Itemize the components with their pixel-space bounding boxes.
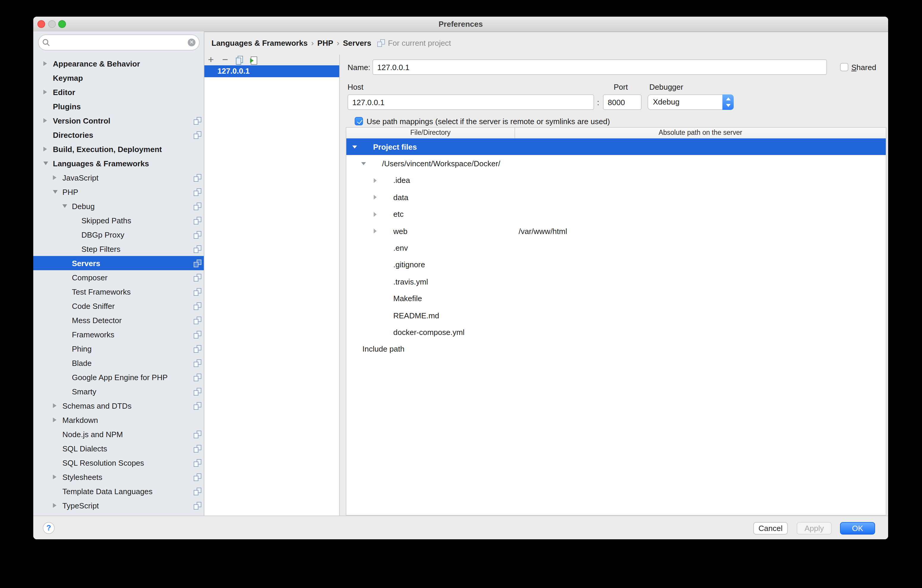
sidebar-item[interactable]: Languages & Frameworks (33, 156, 204, 170)
apply-button[interactable]: Apply (797, 522, 832, 534)
sidebar-item[interactable]: Blade (33, 356, 204, 370)
sidebar-item-label: Appearance & Behavior (53, 59, 140, 68)
host-port-colon: : (597, 98, 599, 107)
column-header-file-directory[interactable]: File/Directory (347, 128, 515, 139)
host-input[interactable] (348, 95, 594, 110)
sidebar-item[interactable]: TypeScript (33, 498, 204, 513)
sidebar-item[interactable]: Node.js and NPM (33, 427, 204, 441)
help-button[interactable]: ? (43, 522, 55, 534)
use-path-mappings-checkbox[interactable] (355, 117, 363, 125)
path-mapping-row[interactable]: Makefile (347, 290, 886, 307)
cancel-button[interactable]: Cancel (753, 522, 788, 534)
search-input[interactable] (52, 38, 188, 47)
sidebar-item[interactable]: Schemas and DTDs (33, 399, 204, 413)
settings-tree: Appearance & Behavior Keymap Editor (33, 56, 204, 513)
sidebar-item[interactable]: Plugins (33, 99, 204, 113)
path-mapping-row[interactable]: Include path (347, 341, 886, 358)
sidebar-item[interactable]: Template Data Languages (33, 484, 204, 498)
breadcrumb-languages-frameworks[interactable]: Languages & Frameworks (211, 39, 308, 47)
ok-button[interactable]: OK (840, 522, 875, 534)
sidebar-item[interactable]: Stylesheets (33, 470, 204, 484)
import-server-button[interactable] (249, 55, 258, 65)
path-mapping-row[interactable]: .env (347, 240, 886, 256)
sidebar-item-label: Version Control (53, 116, 111, 125)
settings-search-box[interactable]: ✕ (38, 34, 199, 51)
breadcrumb-servers[interactable]: Servers (343, 39, 371, 47)
path-mapping-row[interactable]: README.md (347, 307, 886, 324)
sidebar-item[interactable]: Google App Engine for PHP (33, 370, 204, 384)
add-server-button[interactable]: + (206, 55, 216, 65)
sidebar-item[interactable]: SQL Dialects (33, 441, 204, 456)
port-input[interactable] (603, 95, 642, 110)
port-label: Port (614, 83, 628, 91)
chevron-right-icon (43, 146, 47, 151)
file-directory-name: .travis.yml (393, 278, 428, 286)
sidebar-item[interactable]: Phing (33, 341, 204, 356)
breadcrumb-separator: › (337, 39, 340, 47)
sidebar-item[interactable]: Editor (33, 85, 204, 99)
sidebar-item[interactable]: Keymap (33, 71, 204, 85)
sidebar-item-label: Directories (53, 131, 93, 139)
sidebar-item[interactable]: SQL Resolution Scopes (33, 456, 204, 470)
chevron-right-icon (53, 503, 56, 508)
path-mapping-row[interactable]: .gitignore (347, 256, 886, 273)
copy-server-button[interactable] (235, 55, 244, 65)
sidebar-item[interactable]: Frameworks (33, 327, 204, 341)
sidebar-item[interactable]: Version Control (33, 113, 204, 128)
sidebar-item[interactable]: Debug (33, 199, 204, 213)
use-path-mappings-label: Use path mappings (select if the server … (366, 117, 610, 126)
path-mapping-row[interactable]: data (347, 189, 886, 206)
sidebar-item[interactable]: JavaScript (33, 170, 204, 185)
sidebar-item-label: Test Frameworks (72, 287, 131, 296)
path-mapping-row[interactable]: /Users/vincent/Workspace/Docker/ (347, 155, 886, 172)
chevron-right-icon (53, 474, 56, 479)
sidebar-item[interactable]: PHP (33, 185, 204, 199)
sidebar-item-label: Debug (72, 202, 95, 211)
server-list-item[interactable]: 127.0.0.1 (204, 65, 339, 77)
settings-content: + − 127.0.0.1 Name: Shared Host Por (204, 55, 888, 516)
remove-server-button[interactable]: − (221, 55, 230, 65)
chevron-down-icon (62, 204, 67, 208)
scope-indicator: For current project (377, 39, 451, 47)
file-directory-name: web (393, 227, 407, 235)
shared-checkbox[interactable] (840, 63, 848, 71)
sidebar-item[interactable]: DBGp Proxy (33, 227, 204, 242)
sidebar-item[interactable]: Appearance & Behavior (33, 56, 204, 71)
per-project-settings-icon (194, 316, 201, 324)
sidebar-item[interactable]: Markdown (33, 413, 204, 427)
debugger-select[interactable]: Xdebug (647, 95, 734, 110)
breadcrumb-php[interactable]: PHP (317, 39, 333, 47)
sidebar-item[interactable]: Servers (33, 256, 204, 270)
path-mapping-row[interactable]: web /var/www/html (347, 223, 886, 240)
path-mapping-row[interactable]: etc (347, 206, 886, 223)
screen-background: Preferences ✕ Appearance & Behavior (0, 0, 922, 588)
per-project-settings-icon (194, 217, 201, 224)
name-input[interactable] (373, 59, 827, 75)
sidebar-item[interactable]: Step Filters (33, 242, 204, 256)
sidebar-item[interactable]: Code Sniffer (33, 299, 204, 313)
search-icon (42, 39, 50, 46)
sidebar-item[interactable]: Mess Detector (33, 313, 204, 327)
clear-search-icon[interactable]: ✕ (188, 39, 195, 46)
per-project-settings-icon (194, 430, 201, 438)
sidebar-item-label: Keymap (53, 74, 83, 82)
sidebar-item[interactable]: Directories (33, 128, 204, 142)
path-mapping-row[interactable]: .travis.yml (347, 273, 886, 290)
sidebar-item[interactable]: Test Frameworks (33, 284, 204, 299)
debugger-value: Xdebug (653, 95, 680, 109)
sidebar-item[interactable]: Smarty (33, 384, 204, 399)
sidebar-item[interactable]: Build, Execution, Deployment (33, 142, 204, 156)
file-directory-name: .idea (393, 176, 410, 185)
path-mapping-row[interactable]: docker-compose.yml (347, 324, 886, 341)
path-mapping-row[interactable]: .idea (347, 172, 886, 189)
sidebar-item-label: Plugins (53, 102, 81, 111)
chevron-right-icon (43, 61, 47, 65)
per-project-settings-icon (194, 273, 201, 281)
path-mapping-row[interactable]: Project files (347, 139, 886, 155)
sidebar-item[interactable]: Skipped Paths (33, 213, 204, 227)
sidebar-item-label: PHP (62, 188, 78, 196)
per-project-settings-icon (194, 387, 201, 395)
settings-sidebar: ✕ Appearance & Behavior Keymap (33, 31, 204, 516)
sidebar-item[interactable]: Composer (33, 270, 204, 284)
column-header-absolute-path[interactable]: Absolute path on the server (515, 128, 886, 139)
